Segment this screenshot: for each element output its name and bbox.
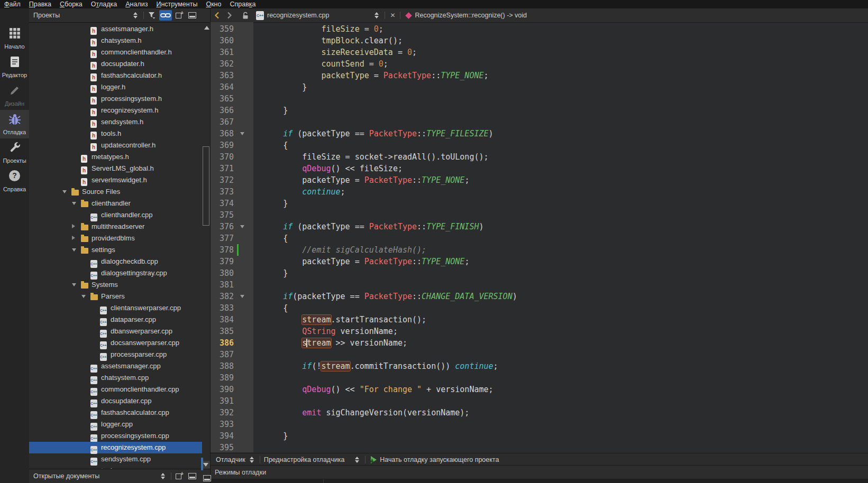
close-panel-icon[interactable] (187, 471, 197, 481)
code-line-362[interactable]: countSend = 0; (253, 58, 868, 70)
document-sort-icon[interactable] (371, 10, 382, 21)
code-line-389[interactable] (253, 372, 868, 384)
code-line-392[interactable]: emit sigChangeVersion(versionName); (253, 407, 868, 419)
tree-item-docsupdater.h[interactable]: hdocsupdater.h (29, 58, 202, 70)
code-line-394[interactable]: } (253, 430, 868, 442)
code-line-365[interactable] (253, 93, 868, 105)
split-icon[interactable]: + (174, 10, 185, 21)
code-line-377[interactable]: { (253, 233, 868, 244)
code-line-388[interactable]: if(!stream.commitTransaction()) continue… (253, 360, 868, 372)
code-line-375[interactable] (253, 209, 868, 221)
forward-icon[interactable] (224, 10, 235, 21)
sync-with-editor-icon[interactable] (159, 10, 172, 21)
tree-item-sendsystem.h[interactable]: hsendsystem.h (29, 116, 202, 128)
menu-item-5[interactable]: Инструменты (152, 0, 202, 8)
tree-scrollbar-up-icon[interactable] (203, 24, 211, 31)
tree-item-recognizesystem.cpp[interactable]: C++recognizesystem.cpp (29, 442, 202, 453)
expanded-arrow-icon[interactable] (72, 248, 76, 252)
code-line-385[interactable]: QString versionName; (253, 326, 868, 337)
tree-item-tools.h[interactable]: htools.h (29, 128, 202, 140)
code-line-360[interactable]: tmpBlock.clear(); (253, 35, 868, 47)
tree-item-commonclienthandler.h[interactable]: hcommonclienthandler.h (29, 47, 202, 58)
current-symbol[interactable]: RecognizeSystem::recognize() -> void (415, 12, 527, 19)
menu-item-4[interactable]: Анализ (121, 0, 152, 8)
tree-item-commonclienthandler.cpp[interactable]: C++commonclienthandler.cpp (29, 384, 202, 395)
dropdown-arrows-icon[interactable] (246, 454, 257, 465)
start-debugging-label[interactable]: Начать отладку запускающего проекта (380, 456, 499, 463)
tree-item-chatsystem.h[interactable]: hchatsystem.h (29, 35, 202, 47)
close-document-icon[interactable]: ✕ (387, 12, 398, 19)
code-line-373[interactable]: continue; (253, 186, 868, 198)
code-line-380[interactable]: } (253, 267, 868, 279)
mode-Справка[interactable]: ?Справка (0, 167, 29, 196)
tree-item-serverlmswidget.h[interactable]: hserverlmswidget.h (29, 174, 202, 186)
tree-item-assetsmanager.cpp[interactable]: C++assetsmanager.cpp (29, 360, 202, 372)
code-line-363[interactable]: packetType = PacketType::TYPE_NONE; (253, 70, 868, 81)
code-line-376[interactable]: if (packetType == PacketType::TYPE_FINIS… (253, 221, 868, 233)
debugger-preset-dropdown[interactable]: Преднастройка отладчика (264, 456, 345, 463)
fold-marker-icon[interactable] (240, 295, 244, 298)
code-line-381[interactable] (253, 279, 868, 291)
tree-item-multithreadserver[interactable]: multithreadserver (29, 221, 202, 233)
tree-item-docsupdater.cpp[interactable]: C++docsupdater.cpp (29, 395, 202, 407)
tree-item-sendsystem.cpp[interactable]: C++sendsystem.cpp (29, 453, 202, 465)
panel-sort-icon[interactable] (130, 10, 141, 21)
tree-item-updatecontroller.h[interactable]: hupdatecontroller.h (29, 140, 202, 151)
code-line-366[interactable]: } (253, 105, 868, 116)
mode-Редактор[interactable]: Редактор (0, 53, 29, 81)
code-lines[interactable]: fileSize = 0; tmpBlock.clear(); sizeRece… (253, 22, 868, 452)
tree-item-dbanswerparser.cpp[interactable]: C++dbanswerparser.cpp (29, 326, 202, 337)
code-line-378[interactable]: //emit sigCalculateHash(); (253, 244, 868, 256)
tree-item-logger.cpp[interactable]: C++logger.cpp (29, 419, 202, 430)
menu-item-1[interactable]: Правка (25, 0, 56, 8)
tree-item-settings[interactable]: settings (29, 244, 202, 256)
code-line-359[interactable]: fileSize = 0; (253, 23, 868, 35)
mode-Проекты[interactable]: Проекты (0, 138, 29, 167)
code-line-387[interactable] (253, 349, 868, 360)
code-line-379[interactable]: packetType = PacketType::TYPE_NONE; (253, 256, 868, 267)
code-line-372[interactable]: packetType = PacketType::TYPE_NONE; (253, 174, 868, 186)
back-icon[interactable] (212, 10, 222, 21)
tree-item-dataparser.cpp[interactable]: C++dataparser.cpp (29, 314, 202, 326)
menu-item-7[interactable]: Справка (225, 0, 260, 8)
menu-item-6[interactable]: Окно (202, 0, 225, 8)
start-debugging-icon[interactable] (368, 454, 379, 465)
tree-item-logger.h[interactable]: hlogger.h (29, 81, 202, 93)
collapsed-arrow-icon[interactable] (72, 236, 75, 240)
menu-item-0[interactable]: Файл (0, 0, 25, 8)
panel-sort-icon[interactable] (158, 471, 168, 481)
code-line-393[interactable] (253, 419, 868, 430)
code-line-382[interactable]: if(packetType == PacketType::CHANGE_DATA… (253, 291, 868, 302)
menu-item-3[interactable]: Отладка (87, 0, 121, 8)
fold-marker-icon[interactable] (240, 225, 244, 228)
tree-item-processingsystem.h[interactable]: hprocessingsystem.h (29, 93, 202, 105)
expanded-arrow-icon[interactable] (72, 283, 76, 286)
tree-item-providerdblms[interactable]: providerdblms (29, 233, 202, 244)
tree-item-processingsystem.cpp[interactable]: C++processingsystem.cpp (29, 430, 202, 442)
code-line-390[interactable]: qDebug() << "For change " + versionName; (253, 384, 868, 395)
filter-icon[interactable] (147, 10, 157, 21)
menu-item-2[interactable]: Сборка (56, 0, 87, 8)
close-panel-icon[interactable] (187, 10, 197, 21)
tree-item-Parsers[interactable]: Parsers (29, 291, 202, 302)
tree-item-clienthandler.cpp[interactable]: C++clienthandler.cpp (29, 209, 202, 221)
code-line-391[interactable] (253, 395, 868, 407)
tree-item-dialogcheckdb.cpp[interactable]: C++dialogcheckdb.cpp (29, 256, 202, 267)
fold-marker-icon[interactable] (240, 132, 244, 135)
expanded-arrow-icon[interactable] (81, 295, 86, 298)
tree-item-Systems[interactable]: Systems (29, 279, 202, 291)
code-line-364[interactable]: } (253, 81, 868, 93)
code-line-367[interactable] (253, 116, 868, 128)
tree-item-chatsystem.cpp[interactable]: C++chatsystem.cpp (29, 372, 202, 384)
tree-item-clientanswerparser.cpp[interactable]: C++clientanswerparser.cpp (29, 302, 202, 314)
tree-item-fasthashcalculator.h[interactable]: hfasthashcalculator.h (29, 70, 202, 81)
dropdown-arrows-icon[interactable] (352, 454, 362, 465)
code-line-383[interactable]: { (253, 302, 868, 314)
code-line-384[interactable]: stream.startTransaction(); (253, 314, 868, 326)
tree-item-ServerLMS_global.h[interactable]: hServerLMS_global.h (29, 163, 202, 174)
code-line-368[interactable]: if (packetType == PacketType::TYPE_FILES… (253, 128, 868, 140)
code-editor[interactable]: 3593603613623633643653663673683693703713… (211, 22, 868, 452)
tree-item-recognizesystem.h[interactable]: hrecognizesystem.h (29, 105, 202, 116)
tree-item-dialogsettingstray.cpp[interactable]: C++dialogsettingstray.cpp (29, 267, 202, 279)
tree-item-processparser.cpp[interactable]: C++processparser.cpp (29, 349, 202, 360)
